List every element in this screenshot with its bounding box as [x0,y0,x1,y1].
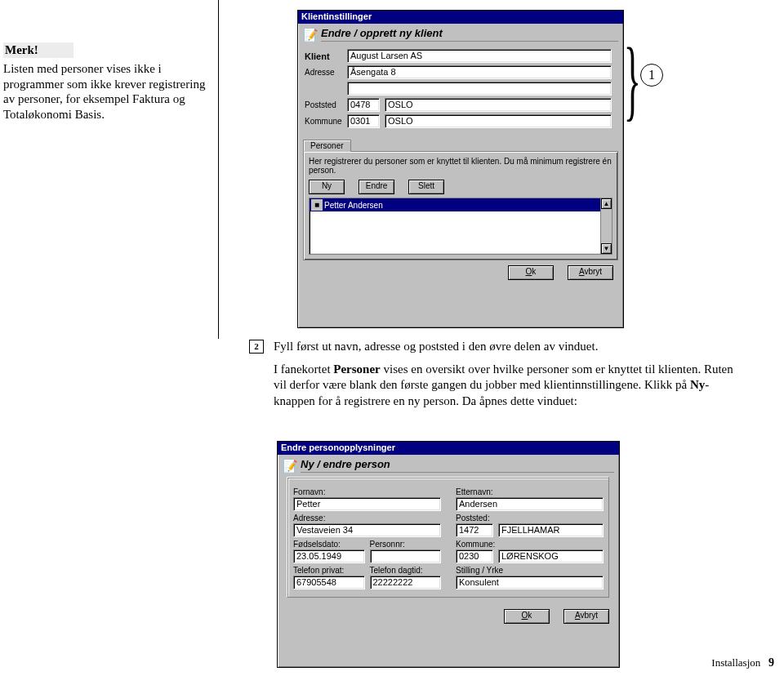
postnr-input[interactable]: 0478 [347,98,380,112]
kommunenavn2-input[interactable]: LØRENSKOG [498,549,604,563]
margin-note: Merk! Listen med personer vises ikke i p… [3,42,206,122]
kommunenr-input[interactable]: 0301 [347,114,380,128]
dialog1-header: 📝 Endre / opprett ny klient [298,24,623,43]
poststed-label: Poststed [305,100,347,109]
fodselsdato-input[interactable]: 23.05.1949 [293,549,365,563]
dialog2-header-text: Ny / endre person [301,458,614,473]
person-name: Petter Andersen [324,201,383,210]
dialog1-form: Klient August Larsen AS Adresse Åsengata… [298,43,623,134]
adresse2-label: Adresse: [293,514,441,523]
brace-icon: } [624,34,641,124]
instruction-line-2: I fanekortet Personer vises en oversikt … [274,362,739,410]
dialog1-buttons: Ok Avbryt [298,260,623,285]
etternavn-label: Etternavn: [456,487,604,496]
dialog1-titlebar: Klientinstillinger [298,11,623,24]
tabstrip: Personer Her registrerer du personer som… [303,139,618,260]
tlf-dagtid-label: Telefon dagtid: [370,566,442,575]
dialog2-titlebar: Endre personopplysninger [278,442,619,455]
stilling-input[interactable]: Konsulent [456,576,604,589]
tab-personer[interactable]: Personer [303,140,351,152]
dialog2-header: 📝 Ny / endre person [278,455,619,474]
klientinstillinger-dialog: Klientinstillinger 📝 Endre / opprett ny … [297,10,624,328]
tlf-privat-label: Telefon privat: [293,566,365,575]
adresse-input[interactable]: Åsengata 8 [347,65,612,79]
personnr-input[interactable] [370,549,442,563]
etternavn-input[interactable]: Andersen [456,497,604,511]
adresse2-input[interactable]: Vestaveien 34 [293,523,441,537]
note-body: Listen med personer vises ikke i program… [3,61,206,122]
document-edit-icon: 📝 [303,29,321,41]
callout-1: 1 [640,64,663,87]
ok-button[interactable]: Ok [508,265,554,280]
step-number-2: 2 [249,340,264,354]
person-icon: ■ [311,199,323,211]
kommunenr2-input[interactable]: 0230 [456,549,493,563]
kommune-label: Kommune [305,117,347,126]
list-item[interactable]: ■ Petter Andersen [310,198,600,211]
adresse-label: Adresse [305,68,347,77]
stilling-label: Stilling / Yrke [456,566,604,575]
klient-label: Klient [305,51,347,61]
slett-button[interactable]: Slett [408,180,444,194]
tlf-privat-input[interactable]: 67905548 [293,576,365,589]
poststed2-input[interactable]: FJELLHAMAR [498,523,604,537]
dialog2-form: Fornavn: Petter Etternavn: Andersen Adre… [278,474,619,604]
instruction-line-1: Fyll først ut navn, adresse og poststed … [274,339,739,355]
fodselsdato-label: Fødselsdato: [293,540,365,549]
person-listbox[interactable]: ■ Petter Andersen ▲ ▼ [309,198,612,255]
dialog2-buttons: Ok Avbryt [278,604,619,629]
footer-section-label: Installasjon [711,656,760,669]
personnr-label: Personnr: [370,540,442,549]
poststed2-label: Poststed: [456,514,604,523]
tab-personer-panel: Her registrerer du personer som er knytt… [303,151,618,260]
endre-button[interactable]: Endre [359,180,394,194]
endre-personopplysninger-dialog: Endre personopplysninger 📝 Ny / endre pe… [277,441,620,668]
note-title: Merk! [3,42,74,58]
kommunenavn-input[interactable]: OSLO [385,114,612,128]
instruction-paragraph: Fyll først ut navn, adresse og poststed … [274,339,739,409]
fornavn-input[interactable]: Petter [293,497,441,511]
scroll-down-icon[interactable]: ▼ [601,243,612,254]
kommune2-label: Kommune: [456,540,604,549]
footer-page-number: 9 [768,656,774,669]
ny-button[interactable]: Ny [309,180,345,194]
klient-input[interactable]: August Larsen AS [347,49,612,63]
scroll-up-icon[interactable]: ▲ [601,198,612,209]
ok-button-2[interactable]: Ok [504,609,550,624]
postnr2-input[interactable]: 1472 [456,523,493,537]
dialog2-groupframe: Fornavn: Petter Etternavn: Andersen Adre… [287,478,609,598]
tab-help-text: Her registrerer du personer som er knytt… [309,157,612,175]
tlf-dagtid-input[interactable]: 22222222 [370,576,442,589]
avbryt-button-2[interactable]: Avbryt [564,609,609,624]
vertical-rule [218,0,219,339]
adresse2-input[interactable] [347,82,612,96]
poststed-input[interactable]: OSLO [385,98,612,112]
tab-button-row: Ny Endre Slett [309,180,612,194]
dialog1-header-text: Endre / opprett ny klient [321,27,618,42]
fornavn-label: Fornavn: [293,487,441,496]
page-footer: Installasjon 9 [711,656,774,669]
document-edit-icon: 📝 [283,460,301,472]
avbryt-button[interactable]: Avbryt [568,265,613,280]
scrollbar[interactable]: ▲ ▼ [600,198,612,254]
